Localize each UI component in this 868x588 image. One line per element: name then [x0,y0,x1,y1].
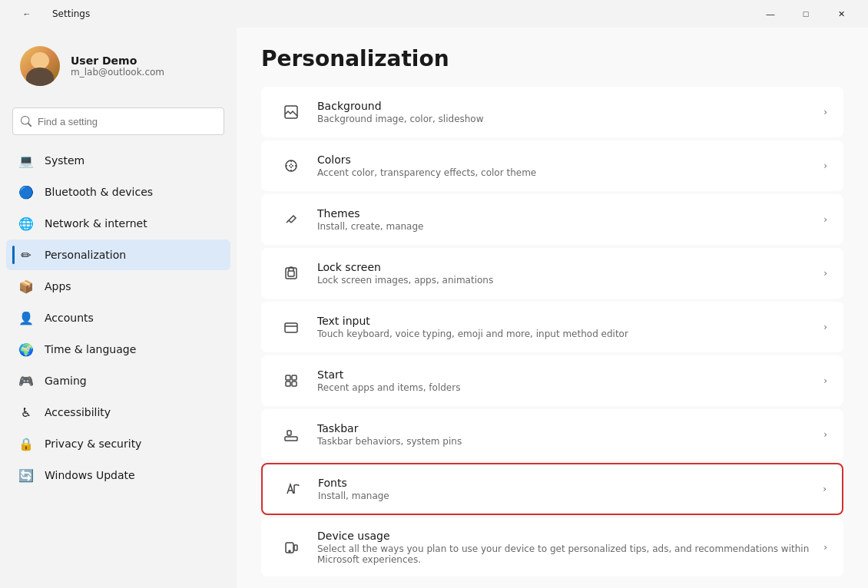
update-icon: 🔄 [18,467,34,483]
settings-item-desc: Accent color, transparency effects, colo… [317,167,823,178]
settings-item-title: Device usage [317,530,823,542]
titlebar: ← Settings — □ ✕ [0,0,868,28]
main-content: Personalization Background Background im… [237,28,868,588]
back-button[interactable]: ← [9,2,45,26]
maximize-button[interactable]: □ [788,2,823,26]
user-info: User Demo m_lab@outlook.com [71,55,164,78]
sidebar-item-label: Gaming [45,375,87,387]
sidebar-item-accounts[interactable]: 👤 Accounts [6,302,230,333]
svg-rect-9 [285,437,297,441]
settings-item-background[interactable]: Background Background image, color, slid… [261,87,843,137]
deviceusage-icon [277,533,305,561]
settings-item-text: Background Background image, color, slid… [317,100,823,124]
avatar [20,46,60,86]
search-container [0,104,237,144]
app-container: User Demo m_lab@outlook.com 💻 System 🔵 B… [0,28,868,588]
user-profile[interactable]: User Demo m_lab@outlook.com [8,34,229,98]
chevron-right-icon: › [823,214,827,225]
privacy-icon: 🔒 [18,436,34,451]
settings-item-desc: Install, manage [318,491,823,501]
sidebar-nav: 💻 System 🔵 Bluetooth & devices 🌐 Network… [0,144,237,491]
settings-item-desc: Select all the ways you plan to use your… [317,543,823,565]
settings-item-title: Taskbar [317,422,823,434]
settings-item-themes[interactable]: Themes Install, create, manage › [261,194,843,245]
taskbar-icon [277,421,305,448]
svg-point-1 [286,160,297,171]
settings-item-title: Lock screen [317,261,823,273]
lockscreen-icon [277,259,305,287]
chevron-right-icon: › [823,484,827,494]
settings-item-title: Colors [317,154,823,166]
settings-item-textinput[interactable]: Text input Touch keyboard, voice typing,… [261,302,843,352]
colors-icon [277,152,305,180]
settings-item-start[interactable]: Start Recent apps and items, folders › [261,355,843,406]
sidebar-item-privacy[interactable]: 🔒 Privacy & security [6,428,230,459]
page-title: Personalization [261,46,843,71]
settings-item-text: Colors Accent color, transparency effect… [317,154,823,178]
user-email: m_lab@outlook.com [71,67,164,78]
sidebar-item-update[interactable]: 🔄 Windows Update [6,460,230,491]
personalization-icon: ✏️ [18,247,34,263]
svg-rect-10 [287,431,291,435]
textinput-icon [277,313,305,341]
titlebar-left: ← Settings [9,2,90,26]
svg-rect-11 [286,543,293,553]
sidebar-item-bluetooth[interactable]: 🔵 Bluetooth & devices [6,177,230,207]
settings-item-desc: Taskbar behaviors, system pins [317,436,823,447]
titlebar-title: Settings [52,8,90,19]
bluetooth-icon: 🔵 [18,184,34,200]
search-box[interactable] [12,107,224,135]
sidebar-item-system[interactable]: 💻 System [6,145,230,176]
sidebar-item-accessibility[interactable]: ♿ Accessibility [6,397,230,428]
sidebar-item-label: Bluetooth & devices [45,186,153,198]
fonts-icon [278,475,306,503]
sidebar-item-time[interactable]: 🌍 Time & language [6,334,230,365]
settings-item-text: Text input Touch keyboard, voice typing,… [317,315,823,339]
settings-list: Background Background image, color, slid… [261,87,843,576]
settings-item-title: Fonts [318,477,823,489]
settings-item-title: Start [317,368,823,381]
settings-item-text: Taskbar Taskbar behaviors, system pins [317,422,823,447]
gaming-icon: 🎮 [18,373,34,388]
svg-rect-4 [285,323,297,332]
settings-item-fonts[interactable]: Fonts Install, manage › [261,463,843,515]
settings-item-lockscreen[interactable]: Lock screen Lock screen images, apps, an… [261,248,843,299]
time-icon: 🌍 [18,342,34,357]
sidebar: User Demo m_lab@outlook.com 💻 System 🔵 B… [0,28,237,588]
svg-rect-8 [292,382,297,386]
close-button[interactable]: ✕ [823,2,859,26]
sidebar-item-label: Network & internet [45,217,147,230]
settings-item-title: Themes [317,207,823,220]
sidebar-item-label: Accessibility [45,406,111,418]
settings-item-taskbar[interactable]: Taskbar Taskbar behaviors, system pins › [261,409,843,460]
settings-item-text: Lock screen Lock screen images, apps, an… [317,261,823,286]
accounts-icon: 👤 [18,310,34,325]
user-name: User Demo [71,55,164,67]
start-icon [277,367,305,395]
settings-item-colors[interactable]: Colors Accent color, transparency effect… [261,140,843,191]
minimize-button[interactable]: — [753,2,788,26]
chevron-right-icon: › [823,322,827,332]
svg-rect-6 [292,375,297,380]
apps-icon: 📦 [18,279,34,294]
settings-item-desc: Install, create, manage [317,221,823,232]
background-icon [277,98,305,126]
sidebar-item-label: Personalization [45,249,126,261]
sidebar-item-label: Time & language [45,343,136,355]
sidebar-item-personalization[interactable]: ✏️ Personalization [6,239,230,270]
search-input[interactable] [38,116,216,127]
settings-item-text: Themes Install, create, manage [317,207,823,232]
settings-item-title: Text input [317,315,823,327]
chevron-right-icon: › [823,375,827,386]
settings-item-text: Device usage Select all the ways you pla… [317,530,823,565]
sidebar-item-gaming[interactable]: 🎮 Gaming [6,365,230,396]
chevron-right-icon: › [823,107,827,117]
chevron-right-icon: › [823,268,827,279]
settings-item-deviceusage[interactable]: Device usage Select all the ways you pla… [261,518,843,576]
chevron-right-icon: › [823,429,827,440]
sidebar-item-apps[interactable]: 📦 Apps [6,271,230,302]
settings-item-desc: Recent apps and items, folders [317,382,823,393]
chevron-right-icon: › [823,542,827,553]
sidebar-item-network[interactable]: 🌐 Network & internet [6,208,230,239]
accessibility-icon: ♿ [18,405,34,420]
